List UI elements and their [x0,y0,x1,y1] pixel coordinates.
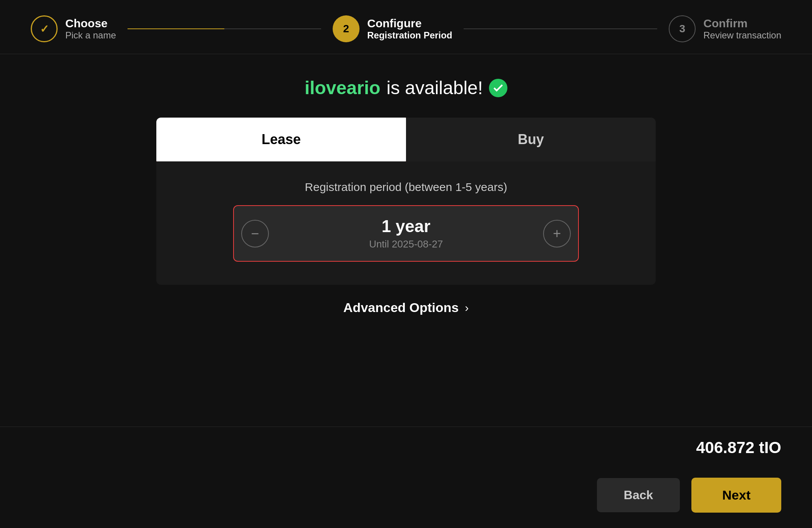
year-display: 1 year Until 2025-08-27 [276,206,536,261]
step-choose-circle: ✓ [31,15,58,42]
chevron-right-icon: › [465,301,469,314]
step-choose: ✓ Choose Pick a name [31,15,116,42]
registration-panel: Registration period (between 1-5 years) … [156,161,656,285]
decrement-button[interactable]: − [234,213,276,255]
step-confirm-subtitle: Review transaction [703,30,781,41]
availability-check-badge [489,79,507,97]
next-button[interactable]: Next [691,478,781,513]
connector-1 [128,28,321,29]
step-confirm-circle: 3 [669,15,696,42]
back-button[interactable]: Back [597,478,680,512]
domain-name: iloveario [305,77,380,98]
step-configure-subtitle: Registration Period [367,30,452,41]
availability-text: is available! [386,77,483,98]
year-value: 1 year [381,217,430,236]
year-stepper: − 1 year Until 2025-08-27 + [233,205,579,262]
step-choose-subtitle: Pick a name [65,30,116,41]
stepper: ✓ Choose Pick a name 2 Configure Registr… [0,0,812,54]
advanced-options[interactable]: Advanced Options › [343,300,469,315]
registration-label: Registration period (between 1-5 years) [305,181,507,194]
increment-button[interactable]: + [536,213,578,255]
step-configure-text: Configure Registration Period [367,17,452,41]
increment-circle: + [543,220,571,247]
decrement-circle: − [241,220,269,247]
connector-2 [464,28,657,29]
step-confirm-text: Confirm Review transaction [703,17,781,41]
price-value: 406.872 tIO [696,438,781,457]
price-container: 406.872 tIO [0,427,812,468]
step-confirm-title: Confirm [703,17,781,30]
tab-lease[interactable]: Lease [156,118,406,161]
availability-title: iloveario is available! [305,77,507,98]
advanced-options-label: Advanced Options [343,300,459,315]
step-confirm: 3 Confirm Review transaction [669,15,781,42]
step-configure-circle: 2 [333,15,360,42]
tab-buy[interactable]: Buy [406,118,656,161]
step-choose-text: Choose Pick a name [65,17,116,41]
tab-container: Lease Buy [156,118,656,161]
year-until: Until 2025-08-27 [369,238,443,250]
step-choose-title: Choose [65,17,116,30]
main-content: iloveario is available! Lease Buy Regist… [0,54,812,427]
step-configure-title: Configure [367,17,452,30]
step-configure: 2 Configure Registration Period [333,15,452,42]
footer: Back Next [0,468,812,528]
